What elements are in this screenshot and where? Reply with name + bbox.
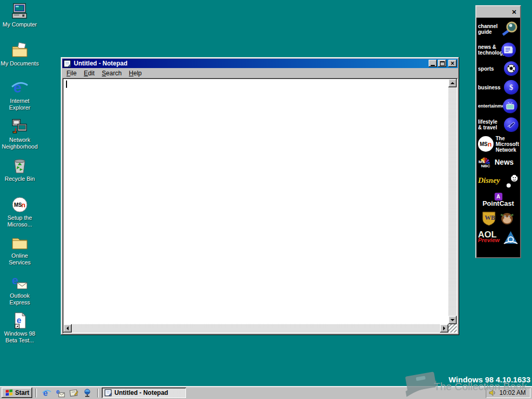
my-documents-icon xyxy=(11,42,29,59)
menu-file[interactable]: File xyxy=(63,69,80,78)
menu-edit[interactable]: Edit xyxy=(80,69,98,78)
msnbc-peacock-icon: MS NBC xyxy=(478,156,491,168)
desktop-icon-network-neighborhood[interactable]: Network Neighborhood xyxy=(0,118,39,150)
desktop-icon-internet-explorer[interactable]: e Internet Explorer xyxy=(0,79,39,111)
aol-triangle-icon xyxy=(503,230,518,245)
quicklaunch-show-desktop-icon[interactable] xyxy=(69,388,78,397)
channel-item-entertainment[interactable]: entertainment xyxy=(476,97,520,115)
desktop-icon-windows98-beta[interactable]: e Windows 98 Beta Test... xyxy=(0,312,39,344)
desktop-icon-label: My Computer xyxy=(0,21,39,28)
notepad-icon xyxy=(63,60,72,68)
channel-item-guide[interactable]: channel guide xyxy=(476,18,520,41)
vertical-scrollbar[interactable] xyxy=(448,79,457,324)
channel-item-msn[interactable]: MSn The Microsoft Network xyxy=(476,134,520,154)
mickey-icon xyxy=(505,173,518,188)
menu-search[interactable]: Search xyxy=(98,69,125,78)
svg-text:e: e xyxy=(17,316,21,325)
svg-text:e: e xyxy=(14,79,22,96)
window-title: Untitled - Notepad xyxy=(74,60,428,67)
text-caret xyxy=(66,81,67,88)
desktop-icon-label: Internet Explorer xyxy=(0,98,39,111)
desktop-icon-online-services[interactable]: Online Services xyxy=(0,234,39,266)
channel-item-wb[interactable]: WB xyxy=(476,209,520,228)
online-services-icon xyxy=(11,234,29,251)
magnifier-icon xyxy=(501,20,518,38)
desktop-icon-my-documents[interactable]: My Documents xyxy=(0,42,39,67)
start-label: Start xyxy=(15,389,29,396)
quicklaunch-outlook-express-icon[interactable]: e xyxy=(56,388,65,397)
svg-text:WB: WB xyxy=(485,214,495,221)
desktop-icon-label: Network Neighborhood xyxy=(0,137,39,150)
dollar-icon: $ xyxy=(504,80,518,95)
recycle-bin-icon xyxy=(11,157,29,175)
desktop-icon-recycle-bin[interactable]: Recycle Bin xyxy=(0,157,39,182)
airplane-icon xyxy=(504,117,518,132)
task-button-notepad[interactable]: Untitled - Notepad xyxy=(102,388,186,398)
minimize-button[interactable] xyxy=(429,60,437,67)
scroll-down-button[interactable] xyxy=(448,316,457,324)
start-button[interactable]: Start xyxy=(2,388,32,398)
scroll-up-button[interactable] xyxy=(448,79,457,87)
windows-flag-icon xyxy=(5,389,13,396)
channel-item-lifestyle-travel[interactable]: lifestyle & travel xyxy=(476,115,520,134)
channel-item-disney[interactable]: Disney xyxy=(476,170,520,190)
ie-document-icon: e xyxy=(11,312,29,329)
desktop-icon-setup-msn[interactable]: MS n Setup the Microso... xyxy=(0,196,39,228)
desktop-icon-label: My Documents xyxy=(0,60,39,67)
desktop-icon-label: Recycle Bin xyxy=(0,176,39,182)
channel-item-news-technology[interactable]: news & technology xyxy=(476,41,520,59)
channel-item-aol[interactable]: AOL Preview xyxy=(476,228,520,247)
desktop-icon-my-computer[interactable]: My Computer xyxy=(0,3,39,28)
menu-help[interactable]: Help xyxy=(125,69,145,78)
scroll-left-button[interactable] xyxy=(63,324,72,332)
outlook-express-icon: e xyxy=(11,274,29,291)
notepad-menubar: File Edit Search Help xyxy=(62,68,458,78)
channel-item-msnbc[interactable]: MS NBC News xyxy=(476,154,520,170)
msn-logo: MSn xyxy=(478,136,494,152)
quick-launch: e e xyxy=(40,388,94,397)
tv-icon xyxy=(503,99,517,113)
taskbar-separator xyxy=(97,389,99,397)
notepad-window: Untitled - Notepad × File Edit Search He… xyxy=(61,57,459,335)
taz-icon xyxy=(499,210,515,226)
task-button-label: Untitled - Notepad xyxy=(114,389,168,396)
desktop-icon-label: Setup the Microso... xyxy=(0,215,39,228)
notepad-text-area[interactable] xyxy=(62,78,458,334)
scroll-right-button[interactable] xyxy=(440,324,448,332)
channel-item-business[interactable]: business $ xyxy=(476,78,520,97)
channel-bar-header[interactable]: × xyxy=(476,6,520,18)
maximize-button[interactable] xyxy=(438,60,446,67)
channel-item-sports[interactable]: sports xyxy=(476,59,520,78)
quicklaunch-ie-icon[interactable]: e xyxy=(42,388,51,397)
internet-explorer-icon: e xyxy=(11,79,29,97)
msn-setup-icon: MS n xyxy=(11,196,29,214)
svg-text:NBC: NBC xyxy=(481,164,490,168)
msn-channel-bar: × channel guide news & technology xyxy=(475,5,521,258)
newspaper-icon xyxy=(501,43,516,57)
desktop: My Computer My Documents e Internet Expl… xyxy=(0,0,532,399)
network-neighborhood-icon xyxy=(11,118,29,136)
my-computer-icon xyxy=(11,3,29,20)
resize-grip[interactable] xyxy=(448,324,457,332)
horizontal-scrollbar[interactable] xyxy=(63,324,448,332)
desktop-icon-label: Windows 98 Beta Test... xyxy=(0,330,39,344)
notepad-icon xyxy=(104,389,112,396)
channel-item-pointcast[interactable]: A PointCast xyxy=(476,190,520,209)
desktop-icon-label: Online Services xyxy=(0,252,39,266)
soccer-ball-icon xyxy=(504,61,518,76)
taskbar-separator xyxy=(35,389,37,397)
svg-text:n: n xyxy=(21,201,25,209)
desktop-icon-outlook-express[interactable]: e Outlook Express xyxy=(0,274,39,306)
watermark-text: The Collection Book xyxy=(434,381,527,393)
notepad-titlebar[interactable]: Untitled - Notepad × xyxy=(62,59,458,68)
wb-shield-icon: WB xyxy=(482,210,496,226)
close-icon[interactable]: × xyxy=(512,7,516,16)
desktop-icon-label: Outlook Express xyxy=(0,292,39,306)
quicklaunch-channels-icon[interactable] xyxy=(83,388,92,397)
close-button[interactable]: × xyxy=(448,60,457,67)
